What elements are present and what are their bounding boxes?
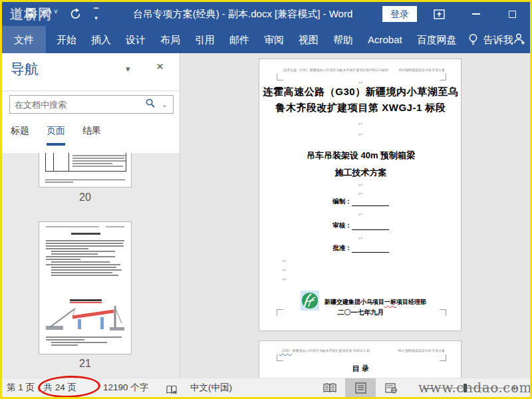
doc-subtitle-line1: 吊车吊装架设 40m 预制箱梁: [259, 150, 462, 162]
navigation-tabs: 标题 页面 结果: [11, 125, 118, 146]
paragraph-mark: ↵: [282, 267, 287, 273]
document-date: 二〇一七年九月: [259, 308, 462, 317]
paragraph-mark: ↵: [259, 235, 462, 241]
search-dropdown-icon[interactable]: ⌄: [162, 100, 168, 109]
paragraph-mark: ↵: [259, 182, 462, 188]
thumbnail-heading-line: [71, 233, 100, 235]
ribbon-display-options-button[interactable]: [429, 2, 449, 26]
proofing-errors-icon[interactable]: [166, 383, 178, 399]
word-window: ˅ ▔▾ 道桥网 台吊专项方案(经典) - 副本.docx [兼容模式] - W…: [0, 0, 532, 399]
tab-design[interactable]: 设计: [118, 26, 153, 53]
print-layout-button[interactable]: [345, 378, 376, 398]
web-layout-button[interactable]: [376, 378, 406, 398]
thumbnail-table: [45, 153, 126, 172]
navigation-pane-title: 导航: [11, 60, 39, 78]
tab-references[interactable]: 引用: [188, 26, 222, 53]
search-input[interactable]: [10, 100, 146, 110]
thumbnail-page-21[interactable]: [39, 221, 132, 354]
thumbnail-crane-diagram: [42, 303, 130, 335]
toc-title: 目 录: [259, 364, 462, 374]
paragraph-mark: ↵: [259, 79, 462, 86]
nav-tab-results[interactable]: 结果: [82, 125, 101, 146]
tab-review[interactable]: 审阅: [257, 26, 291, 53]
paragraph-mark: ↵: [282, 276, 287, 283]
tab-acrobat[interactable]: Acrobat: [360, 26, 410, 53]
document-search-box[interactable]: ⌄: [9, 95, 174, 114]
paragraph-mark: ↵: [259, 190, 462, 197]
thumbnail-text-lines-bottom: [46, 335, 126, 346]
daoqiao-watermark: 道桥网: [10, 5, 52, 23]
cndao-watermark: www.cndao.com: [418, 380, 532, 396]
nav-tab-pages[interactable]: 页面: [47, 125, 65, 146]
share-person-icon[interactable]: [513, 33, 525, 47]
read-mode-button[interactable]: [315, 378, 345, 398]
sign-in-button[interactable]: 登录: [382, 6, 417, 22]
paragraph-mark: ↵: [282, 257, 287, 264]
field-approved-by: 批准：: [259, 244, 462, 253]
document-page-2[interactable]: （G30）新疆境内小草湖至乌鲁木齐改扩建项目第 XWGJ-1 标 40m 预制箱…: [259, 340, 462, 378]
page2-header-right: 40m 预制箱梁架设吊装专项方案: [398, 348, 445, 352]
tab-home[interactable]: 开始: [49, 26, 84, 53]
doc-subtitle-line2: 施工技术方案: [259, 167, 462, 179]
page1-header-right: 40m预制箱梁架设吊装专项方案: [398, 68, 445, 72]
field-reviewed-by: 审核：: [259, 221, 462, 230]
tab-baidu-netdisk[interactable]: 百度网盘: [410, 26, 464, 53]
title-bar: ˅ ▔▾ 道桥网 台吊专项方案(经典) - 副本.docx [兼容模式] - W…: [2, 2, 530, 26]
thumbnail-red-underlined-caption: [70, 299, 102, 303]
lightbulb-icon: [468, 33, 478, 46]
tab-mailings[interactable]: 邮件: [222, 26, 257, 53]
field-prepared-by: 编制：: [259, 198, 462, 206]
tab-file[interactable]: 文件: [2, 26, 46, 53]
navigation-pane: 导航 ▾ × ⌄ 标题 页面 结果: [2, 53, 180, 378]
paragraph-mark: ↵: [259, 131, 462, 138]
page2-header-left: （G30）新疆境内小草湖至乌鲁木齐改扩建项目第 XWGJ-1 标: [279, 348, 370, 352]
navigation-pane-dropdown-icon[interactable]: ▾: [126, 64, 130, 74]
document-canvas[interactable]: 连霍高速（G30）新疆境内小草湖至乌鲁木齐改扩建项目第XWGJ-1标段 40m预…: [180, 53, 530, 378]
nav-tab-headings[interactable]: 标题: [11, 125, 29, 146]
word-count-status[interactable]: 12190 个字: [103, 378, 148, 398]
doc-title-line2: 鲁木齐段改扩建项目第 XWGJ-1 标段: [259, 102, 462, 114]
tab-layout[interactable]: 布局: [153, 26, 188, 53]
tab-view[interactable]: 视图: [291, 26, 326, 53]
organization-name: 新疆交建集团小乌项目一标项目经理部: [325, 298, 426, 307]
doc-title-line1: 连霍高速公路（G30）新疆境内小草湖至乌: [259, 86, 462, 98]
navigation-pane-close-icon[interactable]: ×: [156, 59, 164, 74]
thumbnail-label-21: 21: [39, 358, 132, 370]
search-icon[interactable]: [146, 98, 155, 110]
tab-insert[interactable]: 插入: [84, 26, 118, 53]
page-thumbnail-list[interactable]: 20: [2, 153, 180, 378]
tab-help[interactable]: 帮助: [326, 26, 360, 53]
page1-header-left: 连霍高速（G30）新疆境内小草湖至乌鲁木齐改扩建项目第XWGJ-1标段: [283, 68, 388, 72]
thumbnail-page-20[interactable]: [39, 153, 132, 188]
view-switcher: [315, 378, 406, 398]
language-status[interactable]: 中文(中国): [190, 378, 232, 398]
thumbnail-text-lines: [46, 239, 126, 276]
paragraph-mark: ↵: [259, 211, 462, 217]
ribbon-tab-bar: 文件 开始 插入 设计 布局 引用 邮件 审阅 视图 帮助 Acrobat 百度…: [2, 26, 530, 53]
paragraph-mark: ↵: [259, 120, 462, 127]
navigation-separator: [2, 90, 180, 91]
document-page-1[interactable]: 连霍高速（G30）新疆境内小草湖至乌鲁木齐改扩建项目第XWGJ-1标段 40m预…: [259, 59, 462, 331]
thumbnail-label-20: 20: [39, 192, 132, 203]
minimize-button[interactable]: [466, 2, 486, 26]
maximize-button[interactable]: [502, 2, 522, 26]
